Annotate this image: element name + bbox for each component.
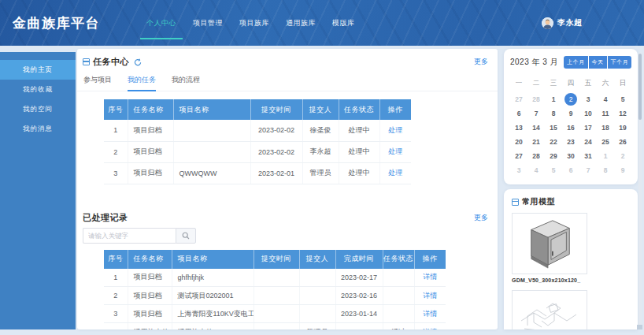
nav-item-1[interactable]: 个人中心 [146, 0, 176, 46]
action-link[interactable]: 处理 [388, 169, 402, 177]
table-cell-submit_time [254, 287, 299, 305]
today-button[interactable]: 今天 [589, 56, 607, 69]
nav-item-4[interactable]: 通用族库 [286, 0, 316, 46]
calendar-day[interactable]: 27 [510, 149, 527, 162]
sidebar-item-3[interactable]: 我的空间 [0, 99, 76, 119]
user-menu[interactable]: 李永超 [542, 0, 583, 46]
table-cell-finish_time: 2023-02-16 [335, 287, 383, 305]
prev-month-button[interactable]: 上个月 [564, 56, 588, 69]
calendar-day[interactable]: 1 [597, 149, 614, 162]
table-cell-task: 项目归档 [128, 305, 172, 323]
calendar-day[interactable]: 25 [597, 135, 614, 148]
app-logo: 金曲族库平台 [13, 0, 100, 46]
calendar-day[interactable]: 7 [527, 106, 545, 120]
processed-records-more-link[interactable]: 更多 [474, 213, 488, 223]
calendar-day[interactable]: 7 [579, 163, 597, 177]
sidebar-item-4[interactable]: 我的消息 [0, 119, 76, 139]
nav-item-2[interactable]: 项目管理 [193, 0, 223, 46]
calendar-day[interactable]: 29 [545, 149, 562, 162]
calendar-day[interactable]: 2 [614, 149, 631, 162]
action-link[interactable]: 处理 [388, 147, 402, 155]
task-center-header: 任务中心 更多 [77, 49, 498, 68]
table-cell-submitter [299, 287, 335, 305]
calendar-day[interactable]: 10 [579, 106, 597, 120]
table-cell-action: 处理 [379, 162, 411, 184]
tab-1[interactable]: 参与项目 [83, 75, 112, 91]
calendar-day[interactable]: 6 [510, 106, 527, 120]
calendar-day[interactable]: 19 [614, 121, 631, 134]
calendar-day[interactable]: 9 [614, 163, 631, 177]
calendar-day[interactable]: 5 [545, 163, 562, 177]
action-link[interactable]: 详情 [423, 273, 437, 281]
column-header: 操作 [379, 99, 411, 120]
main-content-card: 任务中心 更多 参与项目我的任务我的流程 序号任务名称项目名称提交时间提交人任务… [77, 49, 498, 329]
task-tabs: 参与项目我的任务我的流程 [77, 75, 498, 91]
calendar-day[interactable]: 1 [545, 92, 562, 106]
calendar-day[interactable]: 8 [545, 106, 562, 120]
table-cell-finish_time: 2023-01-14 [335, 323, 383, 330]
search-button[interactable] [176, 228, 196, 244]
calendar-day[interactable]: 24 [579, 135, 597, 148]
model-item-2[interactable] [512, 290, 587, 329]
action-link[interactable]: 详情 [423, 292, 437, 300]
sidebar-item-1[interactable]: 我的主页 [0, 60, 76, 80]
refresh-icon[interactable] [134, 58, 142, 66]
calendar-day[interactable]: 30 [562, 149, 579, 162]
calendar-day[interactable]: 5 [614, 92, 631, 106]
table-cell-project: ghfhfjhjk [172, 269, 254, 287]
calendar-day[interactable]: 3 [579, 92, 597, 106]
calendar-day[interactable]: 18 [597, 121, 614, 134]
action-link[interactable]: 处理 [388, 126, 402, 134]
column-header: 任务名称 [128, 250, 172, 269]
calendar-day[interactable]: 16 [562, 121, 579, 134]
calendar-day[interactable]: 20 [510, 135, 527, 148]
calendar-day[interactable]: 2 [562, 92, 579, 106]
calendar-day[interactable]: 17 [579, 121, 597, 134]
calendar-day[interactable]: 28 [527, 149, 545, 162]
table-cell-seq: 3 [104, 162, 128, 184]
calendar-day[interactable]: 15 [545, 121, 562, 134]
calendar-day[interactable]: 6 [562, 163, 579, 177]
table-cell-project: QWWQWW [173, 162, 250, 184]
calendar-day[interactable]: 23 [562, 135, 579, 148]
calendar-day[interactable]: 3 [510, 163, 527, 177]
calendar-day[interactable]: 8 [597, 163, 614, 177]
column-header: 提交时间 [254, 250, 299, 269]
table-cell-status: 处理中 [339, 120, 379, 141]
model-item-1[interactable] [512, 213, 587, 274]
next-month-button[interactable]: 下个月 [608, 56, 632, 69]
action-link[interactable]: 详情 [423, 328, 437, 330]
calendar-day[interactable]: 21 [527, 135, 545, 148]
vertical-scrollbar[interactable] [638, 52, 642, 326]
nav-item-3[interactable]: 项目族库 [239, 0, 269, 46]
nav-item-5[interactable]: 模版库 [332, 0, 355, 46]
calendar-title: 2023 年 3 月 [510, 57, 564, 68]
calendar-day[interactable]: 4 [527, 163, 545, 177]
calendar-day[interactable]: 11 [597, 106, 614, 120]
tab-2[interactable]: 我的任务 [128, 75, 156, 91]
table-cell-submit_time [254, 269, 299, 287]
search-input[interactable] [83, 228, 176, 244]
calendar-day[interactable]: 28 [527, 92, 545, 106]
calendar-day[interactable]: 26 [614, 135, 631, 148]
calendar-day[interactable]: 13 [510, 121, 527, 134]
top-header: 金曲族库平台 个人中心项目管理项目族库通用族库模版库 李永超 [0, 0, 644, 46]
calendar-day[interactable]: 14 [527, 121, 545, 134]
calendar-day[interactable]: 4 [597, 92, 614, 106]
calendar-day[interactable]: 31 [579, 149, 597, 162]
scrollbar-thumb[interactable] [638, 54, 642, 120]
task-center-more-link[interactable]: 更多 [474, 57, 488, 67]
column-header: 提交人 [302, 99, 339, 120]
tab-3[interactable]: 我的流程 [172, 75, 200, 91]
action-link[interactable]: 详情 [423, 310, 437, 318]
calendar-day[interactable]: 22 [545, 135, 562, 148]
table-cell-project: 上海青阳变110KV变电工程 [172, 305, 254, 323]
table-cell-project: 测试项目0202001 [172, 287, 254, 305]
table-cell-status [383, 269, 414, 287]
calendar-day[interactable]: 12 [614, 106, 631, 120]
calendar-day[interactable]: 9 [562, 106, 579, 120]
table-cell-task: 项目归档 [128, 162, 173, 184]
search-row [83, 228, 498, 244]
calendar-day[interactable]: 27 [510, 92, 527, 106]
sidebar-item-2[interactable]: 我的收藏 [0, 80, 76, 99]
